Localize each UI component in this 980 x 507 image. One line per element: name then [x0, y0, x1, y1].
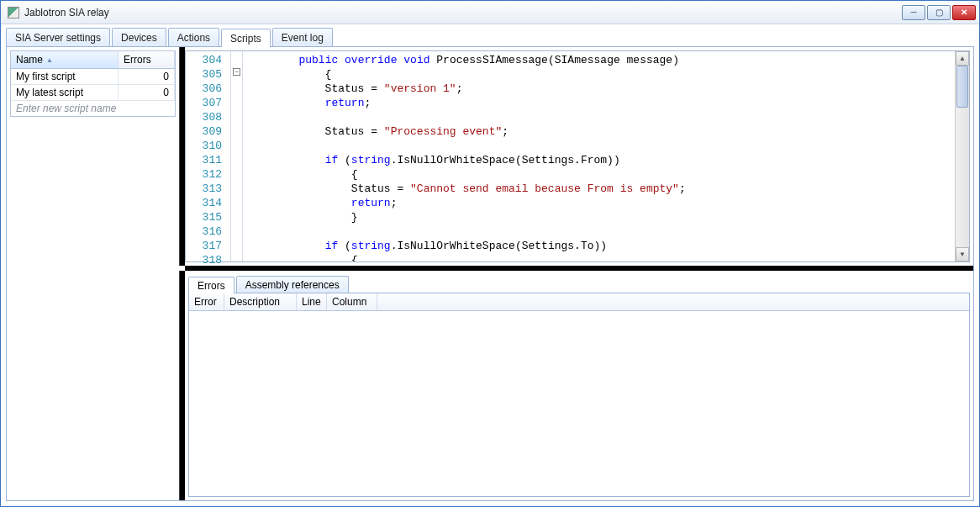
code-line: if (string.IsNullOrWhiteSpace(Settings.T… [246, 239, 955, 253]
window-title: Jablotron SIA relay [24, 7, 900, 18]
line-number: 315 [186, 210, 230, 224]
column-header-description[interactable]: Description [224, 293, 297, 310]
new-script-input[interactable]: Enter new script name [11, 101, 175, 116]
tab-content: Name ▲ Errors My first script 0 My lates… [6, 46, 974, 501]
script-errors-cell: 0 [119, 85, 175, 100]
line-number: 314 [186, 196, 230, 210]
line-number: 306 [186, 82, 230, 96]
close-icon: ✕ [961, 8, 967, 17]
column-header-errors-label: Errors [124, 54, 151, 66]
line-number: 316 [186, 224, 230, 239]
minimize-icon: ─ [910, 8, 916, 17]
errors-panel: Error Description Line Column [188, 293, 970, 497]
editor-scrollbar[interactable]: ▲ ▼ [955, 51, 969, 261]
column-header-column[interactable]: Column [327, 293, 377, 310]
tab-scripts[interactable]: Scripts [221, 29, 271, 47]
scripts-table: Name ▲ Errors My first script 0 My lates… [10, 50, 176, 117]
sub-tab-errors[interactable]: Errors [188, 277, 234, 293]
line-number: 305 [186, 67, 230, 82]
column-header-line[interactable]: Line [297, 293, 327, 310]
table-row[interactable]: My first script 0 [11, 69, 175, 85]
code-line [246, 110, 955, 124]
tab-event-log[interactable]: Event log [272, 28, 333, 46]
left-pane-lower-spacer [7, 271, 180, 500]
column-header-name[interactable]: Name ▲ [11, 51, 119, 68]
window-buttons: ─ ▢ ✕ [900, 5, 976, 20]
code-line: { [246, 253, 955, 261]
maximize-icon: ▢ [935, 8, 943, 17]
line-number: 313 [186, 182, 230, 196]
tab-actions[interactable]: Actions [168, 28, 219, 46]
code-line: public override void ProcessSIAmessage(S… [246, 53, 955, 67]
line-number: 317 [186, 239, 230, 253]
script-name-cell: My first script [11, 69, 119, 84]
fold-strip: − [231, 51, 243, 261]
code-line [246, 139, 955, 153]
table-row[interactable]: My latest script 0 [11, 85, 175, 101]
code-line [246, 224, 955, 239]
code-text-area[interactable]: public override void ProcessSIAmessage(S… [243, 51, 955, 261]
sort-asc-icon: ▲ [46, 56, 53, 64]
lower-tab-strip: Errors Assembly references [188, 274, 970, 293]
code-line: { [246, 67, 955, 82]
code-line: } [246, 210, 955, 224]
code-line: if (string.IsNullOrWhiteSpace(Settings.F… [246, 153, 955, 167]
column-header-name-label: Name [16, 54, 43, 66]
scripts-table-header: Name ▲ Errors [11, 51, 175, 69]
titlebar: Jablotron SIA relay ─ ▢ ✕ [1, 1, 979, 24]
line-number: 308 [186, 110, 230, 124]
tab-devices[interactable]: Devices [112, 28, 166, 46]
line-number: 318 [186, 253, 230, 267]
minimize-button[interactable]: ─ [902, 5, 925, 20]
code-line: Status = "Processing event"; [246, 124, 955, 139]
line-number: 307 [186, 96, 230, 110]
scripts-list-pane: Name ▲ Errors My first script 0 My lates… [7, 47, 180, 266]
line-number: 309 [186, 124, 230, 139]
close-button[interactable]: ✕ [952, 5, 976, 20]
code-line: Status = "Cannot send email because From… [246, 182, 955, 196]
line-number: 311 [186, 153, 230, 167]
script-name-cell: My latest script [11, 85, 119, 100]
errors-table-header: Error Description Line Column [189, 293, 969, 311]
upper-zone: Name ▲ Errors My first script 0 My lates… [7, 47, 973, 266]
fold-toggle-icon[interactable]: − [233, 68, 240, 76]
column-header-errors[interactable]: Errors [119, 51, 175, 68]
scroll-down-icon[interactable]: ▼ [956, 247, 969, 261]
column-header-error[interactable]: Error [189, 293, 224, 310]
code-line: Status = "version 1"; [246, 82, 955, 96]
code-editor[interactable]: 3043053063073083093103113123133143153163… [185, 50, 970, 262]
sub-tab-assembly-references[interactable]: Assembly references [236, 276, 349, 293]
errors-table-body [189, 311, 969, 496]
line-number: 312 [186, 167, 230, 182]
lower-right-zone: Errors Assembly references Error Descrip… [185, 271, 973, 500]
code-line: return; [246, 96, 955, 110]
app-icon [8, 7, 19, 18]
code-line: return; [246, 196, 955, 210]
app-window: Jablotron SIA relay ─ ▢ ✕ SIA Server set… [0, 0, 980, 507]
line-number: 304 [186, 53, 230, 67]
code-line: { [246, 167, 955, 182]
scroll-up-icon[interactable]: ▲ [956, 51, 969, 66]
line-number-gutter: 3043053063073083093103113123133143153163… [186, 51, 231, 261]
line-number: 310 [186, 139, 230, 153]
tab-sia-server-settings[interactable]: SIA Server settings [6, 28, 110, 46]
scroll-thumb[interactable] [956, 66, 968, 108]
main-tab-strip: SIA Server settings Devices Actions Scri… [1, 24, 979, 46]
script-errors-cell: 0 [119, 69, 175, 84]
maximize-button[interactable]: ▢ [927, 5, 951, 20]
